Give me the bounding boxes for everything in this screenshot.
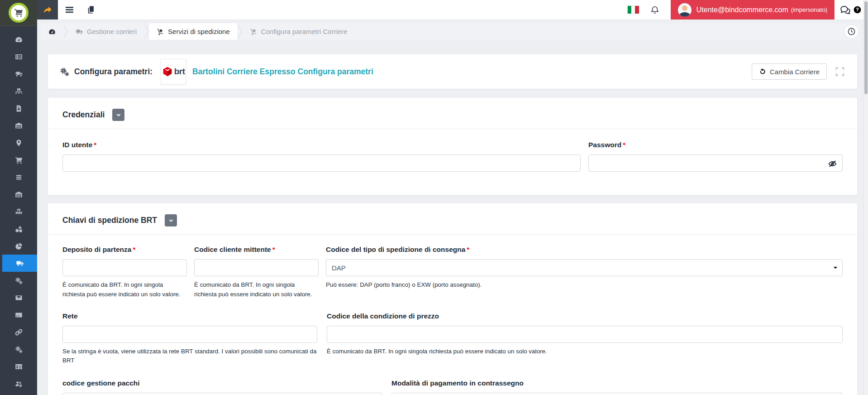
sidebar-item-orders-list[interactable] <box>0 48 37 65</box>
copy-button[interactable] <box>86 5 95 14</box>
rete-input[interactable] <box>62 326 317 343</box>
couriers-truck-icon <box>16 260 24 267</box>
sidebar-item-shipping-fast[interactable] <box>0 65 37 82</box>
sidebar-item-dashboard[interactable] <box>0 31 37 48</box>
dashboard-icon <box>48 28 56 35</box>
divider <box>48 129 857 129</box>
sidebar-item-cart[interactable] <box>0 151 37 169</box>
sidebar-item-warehouse[interactable] <box>0 117 37 134</box>
password-input[interactable] <box>588 154 843 172</box>
sidebar-item-connections-link[interactable] <box>0 323 37 341</box>
undo-icon <box>759 68 766 75</box>
sidebar-item-reports-pie[interactable] <box>0 237 37 255</box>
truck-icon <box>76 28 83 35</box>
field-help: È comunicato da BRT. In ogni singola ric… <box>62 280 187 299</box>
change-courier-button[interactable]: Cambia Corriere <box>752 63 827 80</box>
sidebar-item-contacts-card[interactable] <box>0 358 37 375</box>
users-gear-icon <box>15 380 23 388</box>
field-label-deposito: Deposito di partenza* <box>62 246 187 254</box>
field-label-condizione-prezzo: Codice della condizione di prezzo <box>327 312 843 320</box>
dolly-icon <box>157 28 164 35</box>
breadcrumb-gestione-corrieri[interactable]: Gestione corrieri <box>68 23 144 40</box>
sidebar-item-settings-gears[interactable] <box>0 272 37 289</box>
sidebar-item-listings[interactable] <box>0 169 37 186</box>
sidebar-item-locations[interactable] <box>0 134 37 151</box>
collapse-credenziali-button[interactable] <box>112 109 124 121</box>
impersonation-badge: (impersonato) <box>791 6 827 13</box>
avatar <box>678 3 692 17</box>
field-label-id-utente: ID utente* <box>62 141 581 149</box>
breadcrumb-configura-parametri[interactable]: Configura parametri Corriere <box>242 23 355 40</box>
breadcrumb-separator <box>144 23 149 40</box>
field-label-gestione-pacchi: codice gestione pacchi <box>62 379 382 387</box>
sidebar-item-services-gears[interactable] <box>0 341 37 358</box>
menu-button[interactable] <box>65 5 74 14</box>
breadcrumb-home[interactable] <box>41 23 63 40</box>
user-email: Utente@bindcommerce.com <box>696 6 788 14</box>
sidebar-item-shapes[interactable] <box>0 220 37 237</box>
collapse-chiavi-brt-button[interactable] <box>165 214 177 226</box>
sidebar-item-couriers-truck[interactable] <box>2 255 37 272</box>
sidebar-item-pallet[interactable] <box>0 82 37 100</box>
sidebar-item-payments[interactable] <box>0 306 37 323</box>
codice-condizione-prezzo-input[interactable] <box>327 326 843 343</box>
page-header: Configura parametri: brt Bartolini Corri… <box>48 54 857 89</box>
bell-icon <box>650 5 659 14</box>
user-menu[interactable]: Utente@bindcommerce.com (impersonato) <box>671 0 835 19</box>
bindcommerce-logo-icon <box>9 3 29 23</box>
sidebar-item-invoices[interactable] <box>0 100 37 117</box>
brt-cube-icon <box>162 66 173 77</box>
brt-logo: brt <box>161 59 186 84</box>
services-gears-icon <box>15 346 23 353</box>
chat-button[interactable] <box>840 5 851 15</box>
toggle-password-visibility-button[interactable] <box>828 159 837 169</box>
breadcrumb-servizi-di-spedizione[interactable]: Servizi di spedizione <box>149 23 238 40</box>
breadcrumb-separator <box>63 23 68 40</box>
page-title: Configura parametri: <box>74 67 153 77</box>
app-logo[interactable] <box>0 0 37 26</box>
sidebar-item-users-gear[interactable] <box>0 375 37 392</box>
codice-gestione-pacchi-input[interactable] <box>62 393 382 395</box>
orders-list-icon <box>15 53 23 61</box>
field-help: È comunicato da BRT. In ogni singola ric… <box>327 347 843 356</box>
language-flag-italy[interactable] <box>628 6 639 14</box>
dolly-icon <box>250 28 257 35</box>
change-courier-label: Cambia Corriere <box>770 68 820 76</box>
id-utente-input[interactable] <box>62 154 581 172</box>
dashboard-icon <box>15 36 23 43</box>
field-label-rete: Rete <box>62 312 317 320</box>
required-asterisk: * <box>467 246 469 253</box>
divider <box>48 234 857 235</box>
contacts-card-icon <box>15 363 23 371</box>
required-asterisk: * <box>272 246 275 253</box>
breadcrumb-label: Gestione corrieri <box>87 28 137 35</box>
courier-name-link[interactable]: Bartolini Corriere Espresso Configura pa… <box>192 67 373 77</box>
copy-pages-icon <box>86 5 95 14</box>
tipo-spedizione-select[interactable]: DAP <box>326 259 843 276</box>
required-asterisk: * <box>623 141 625 149</box>
sidebar-item-boxes[interactable] <box>0 203 37 220</box>
modalita-pagamento-contrassegno-input[interactable] <box>391 393 843 395</box>
breadcrumb-label: Configura parametri Corriere <box>261 28 348 35</box>
invoices-icon <box>15 105 23 112</box>
notifications-button[interactable] <box>650 5 659 14</box>
sidebar-item-messages[interactable] <box>0 289 37 306</box>
field-help: Può essere: DAP (porto franco) o EXW (po… <box>326 280 843 290</box>
field-help: Se la stringa è vuota, viene utilizzata … <box>62 347 317 366</box>
sidebar-toggle-button[interactable] <box>37 0 58 19</box>
fullscreen-button[interactable] <box>835 66 845 77</box>
share-arrow-icon <box>43 5 52 15</box>
help-button[interactable] <box>853 5 862 14</box>
breadcrumb-separator <box>238 23 242 40</box>
required-asterisk: * <box>94 141 96 149</box>
vertical-scrollbar[interactable] <box>863 0 868 395</box>
sidebar-item-warehouse-alt[interactable] <box>0 186 37 203</box>
deposito-di-partenza-input[interactable] <box>62 259 187 276</box>
top-bar: Utente@bindcommerce.com (impersonato) <box>37 0 863 20</box>
credentials-card: Credenziali ID utente* Password* <box>48 98 857 195</box>
history-button[interactable] <box>844 24 859 39</box>
scrollbar-thumb[interactable] <box>864 1 868 94</box>
codice-cliente-mittente-input[interactable] <box>194 259 319 276</box>
sidebar <box>0 0 37 395</box>
connections-link-icon <box>15 328 23 336</box>
